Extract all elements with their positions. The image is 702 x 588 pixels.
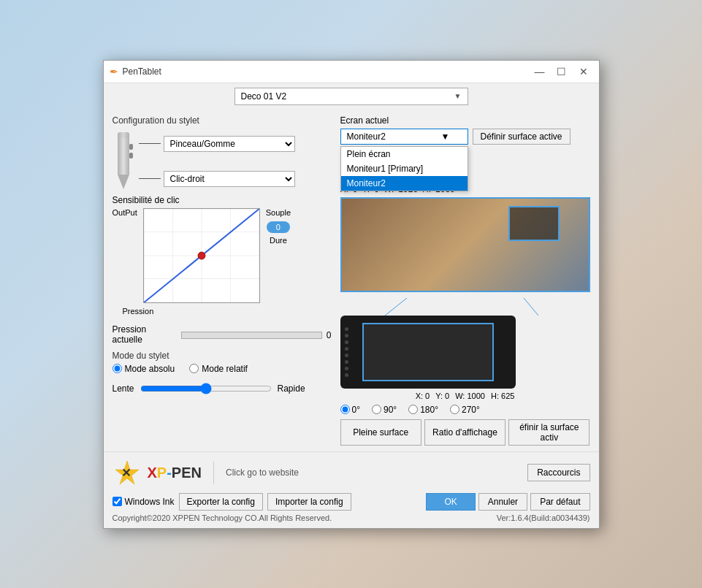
- rotation-90[interactable]: 90°: [372, 405, 397, 415]
- monitor-selected-value: Moniteur2: [347, 131, 386, 142]
- monitor-option-1[interactable]: Moniteur1 [Primary]: [341, 161, 468, 176]
- pinceau-dropdown[interactable]: Pinceau/Gomme: [164, 136, 295, 152]
- pressure-graph-svg[interactable]: [143, 208, 260, 303]
- mode-relatif-radio[interactable]: [189, 364, 199, 373]
- tablet-btn-4: [345, 347, 348, 351]
- pressure-bar: [181, 332, 322, 339]
- monitor-dropdown-menu: Plein écran Moniteur1 [Primary] Moniteur…: [340, 146, 468, 191]
- pen-body: [118, 138, 129, 175]
- xppen-logo: ✕ XP-PEN Click go to website: [112, 458, 300, 487]
- clic-droit-dropdown[interactable]: Clic-droit: [164, 171, 295, 187]
- app-icon: ✒: [110, 66, 118, 77]
- export-config-button[interactable]: Exporter la config: [179, 493, 263, 511]
- tablet-section: [340, 298, 590, 389]
- rotation-90-label: 90°: [384, 405, 397, 415]
- copyright-text: Copyright©2020 XPPEN Technology CO.All R…: [112, 513, 332, 522]
- rotation-270[interactable]: 270°: [450, 405, 480, 415]
- pen-top: [118, 132, 129, 138]
- rotation-0-label: 0°: [352, 405, 360, 415]
- definir-surface-button[interactable]: éfinir la surface activ: [508, 419, 590, 446]
- line1: [139, 143, 161, 144]
- device-dropdown-arrow: ▼: [454, 92, 462, 100]
- rotation-0[interactable]: 0°: [340, 405, 360, 415]
- tablet-active-zone: [362, 323, 494, 381]
- pressure-slider-thumb[interactable]: 0: [267, 221, 290, 233]
- title-bar: ✒ PenTablet — ☐ ✕: [104, 61, 599, 83]
- main-action-buttons: OK Annuler Par défaut: [426, 493, 590, 511]
- graph-container: [143, 208, 260, 305]
- logo-text-area: XP-PEN: [148, 463, 202, 482]
- rotation-180-radio[interactable]: [408, 405, 418, 414]
- rotation-0-radio[interactable]: [340, 405, 350, 414]
- define-surface-button[interactable]: Définir surface active: [473, 129, 571, 145]
- tab-h: H: 625: [491, 392, 514, 400]
- slider-row: 0: [267, 221, 290, 233]
- dropdown1-row: Pinceau/Gomme: [139, 136, 295, 152]
- title-left: ✒ PenTablet: [110, 66, 161, 77]
- ratio-affichage-button[interactable]: Ratio d'affichage: [424, 419, 505, 446]
- windows-ink-checkbox-label[interactable]: Windows Ink: [112, 497, 175, 507]
- screen-top-row: Moniteur2 ▼ Plein écran Moniteur1 [Prima…: [340, 129, 590, 145]
- footer-top: ✕ XP-PEN Click go to website Raccourcis: [112, 458, 590, 487]
- pression-value: 0: [327, 330, 332, 340]
- xppen-logo-icon: ✕: [112, 458, 142, 487]
- screen-active-overlay: [508, 206, 560, 241]
- souple-label: Souple: [266, 208, 291, 217]
- svg-line-12: [385, 298, 407, 316]
- graph-bottom-labels: Pression: [123, 307, 240, 316]
- tab-x: X: 0: [416, 392, 430, 400]
- pressure-bar-row: Pression actuelle 0: [112, 324, 332, 346]
- mode-absolu-label: Mode absolu: [125, 364, 175, 374]
- tablet-buttons-left: [345, 327, 348, 377]
- dropdown2-row: Clic-droit: [139, 171, 295, 187]
- monitor-option-plein[interactable]: Plein écran: [341, 147, 468, 161]
- device-dropdown[interactable]: Deco 01 V2 ▼: [234, 88, 468, 105]
- tablet-btn-3: [345, 340, 348, 344]
- close-button[interactable]: ✕: [574, 65, 593, 78]
- rotation-180-label: 180°: [420, 405, 438, 415]
- tablet-outer: [340, 316, 516, 389]
- import-config-button[interactable]: Importer la config: [267, 493, 351, 511]
- rotation-180[interactable]: 180°: [408, 405, 438, 415]
- mode-absolu-radio[interactable]: [112, 364, 122, 373]
- device-dropdown-value: Deco 01 V2: [241, 91, 287, 102]
- graph-left-labels: OutPut: [112, 208, 137, 303]
- speed-slider[interactable]: [140, 383, 272, 394]
- mode-absolu-option[interactable]: Mode absolu: [112, 364, 175, 374]
- monitor-select-display[interactable]: Moniteur2 ▼: [340, 129, 468, 145]
- tablet-coords: X: 0 Y: 0 W: 1000 H: 625: [340, 392, 590, 400]
- mode-relatif-option[interactable]: Mode relatif: [189, 364, 248, 374]
- mode-relatif-label: Mode relatif: [202, 364, 248, 374]
- pleine-surface-button[interactable]: Pleine surface: [340, 419, 421, 446]
- footer-section: ✕ XP-PEN Click go to website Raccourcis …: [104, 451, 599, 528]
- logo-divider: [213, 462, 214, 484]
- right-panel: Ecran actuel Moniteur2 ▼ Plein écran Mon…: [340, 115, 590, 446]
- tablet-btn-2: [345, 334, 348, 337]
- output-label: OutPut: [112, 208, 137, 217]
- stylus-drawing: [112, 132, 134, 189]
- windows-ink-label: Windows Ink: [125, 497, 175, 507]
- rotation-270-label: 270°: [462, 405, 480, 415]
- pen-side-btn-bottom: [129, 153, 133, 159]
- maximize-button[interactable]: ☐: [552, 65, 571, 78]
- ok-button[interactable]: OK: [426, 493, 475, 511]
- copyright-row: Copyright©2020 XPPEN Technology CO.All R…: [112, 513, 590, 522]
- tablet-btn-8: [345, 373, 348, 377]
- cancel-button[interactable]: Annuler: [478, 493, 527, 511]
- mode-row: Mode absolu Mode relatif: [112, 364, 332, 374]
- tablet-btn-6: [345, 360, 348, 364]
- windows-ink-checkbox[interactable]: [112, 497, 122, 506]
- screen-preview: [340, 197, 590, 292]
- monitor-option-2[interactable]: Moniteur2: [341, 176, 468, 191]
- tab-w: W: 1000: [455, 392, 485, 400]
- minimize-button[interactable]: —: [530, 65, 549, 78]
- rotation-90-radio[interactable]: [372, 405, 381, 414]
- rotation-270-radio[interactable]: [450, 405, 459, 414]
- raccourcis-button[interactable]: Raccourcis: [527, 464, 590, 481]
- mode-section: Mode du stylet Mode absolu Mode relatif: [112, 351, 332, 374]
- tablet-btn-5: [345, 354, 348, 357]
- main-window: ✒ PenTablet — ☐ ✕ Deco 01 V2 ▼ Configura…: [103, 60, 600, 529]
- default-button[interactable]: Par défaut: [530, 493, 590, 511]
- stylus-config-label: Configuration du stylet: [112, 115, 332, 126]
- title-buttons: — ☐ ✕: [530, 65, 593, 78]
